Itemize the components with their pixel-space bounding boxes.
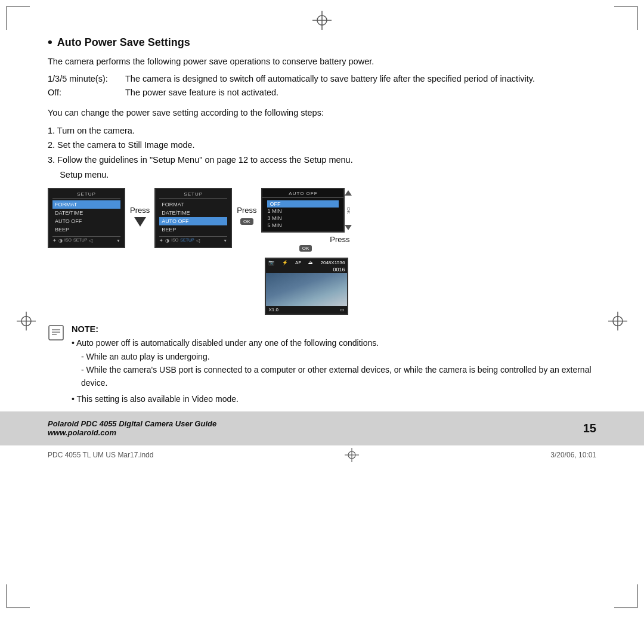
- screen2-item-datetime: DATE/TIME: [159, 209, 227, 217]
- diagram-screen1: SETUP FORMAT DATE/TIME AUTO OFF BEEP ✦◑I…: [48, 188, 125, 248]
- definitions-table: 1/3/5 minute(s): The camera is designed …: [48, 72, 596, 100]
- frame-count: 0016: [333, 267, 345, 273]
- auto-off-items: OFF 1 MIN 3 MIN 5 MIN: [262, 198, 343, 231]
- tri-down-icon: [345, 225, 352, 230]
- af-icon: AF: [295, 260, 301, 265]
- screen1-item-beep: BEEP: [52, 225, 120, 234]
- doc-footer: PDC 4055 TL UM US Mar17.indd 3/20/06, 10…: [0, 445, 644, 464]
- step-2: 2. Set the camera to Still Image mode.: [48, 138, 596, 153]
- main-content: • Auto Power Save Settings The camera pe…: [48, 36, 596, 405]
- note-item-2: • This setting is also available in Vide…: [72, 392, 596, 405]
- frame-count-bar: 0016: [266, 267, 347, 273]
- step-1: 1. Turn on the camera.: [48, 123, 596, 138]
- section-heading: Auto Power Save Settings: [57, 36, 190, 49]
- page-number: 15: [583, 422, 596, 435]
- side-arrows: OK: [345, 188, 352, 233]
- auto-off-wrapper: AUTO OFF OFF 1 MIN 3 MIN 5 MIN OK: [261, 188, 352, 233]
- press-label-3: Press: [330, 235, 349, 244]
- note-item-1: • Auto power off is automatically disabl…: [72, 336, 596, 349]
- footer-brand: Polaroid PDC 4055 Digital Camera User Gu…: [48, 419, 216, 437]
- steps-section: You can change the power save setting ac…: [48, 106, 596, 182]
- doc-info-right: 3/20/06, 10:01: [550, 451, 596, 459]
- note-bullet-1: •: [72, 338, 76, 348]
- preview-top-bar: 📷 ⚡ AF ⛰ 2048X1536: [266, 259, 347, 267]
- macro-icon: ⛰: [308, 260, 313, 265]
- ok-btn-2: OK: [240, 218, 253, 225]
- def-row-off: Off: The power save feature is not activ…: [48, 86, 596, 100]
- def-desc-minutes: The camera is designed to switch off aut…: [125, 72, 596, 86]
- diagram-screen2: SETUP FORMAT DATE/TIME AUTO OFF BEEP ✦◑I…: [154, 188, 232, 248]
- auto-off-item-5min: 5 MIN: [267, 222, 339, 229]
- tri-up-icon: [345, 190, 352, 196]
- screen1-icons: ✦◑ISOSETUP◁: [52, 238, 92, 243]
- zoom-level: X1.0: [268, 307, 278, 312]
- screen1-title: SETUP: [52, 191, 120, 199]
- auto-off-screen: AUTO OFF OFF 1 MIN 3 MIN 5 MIN: [261, 188, 345, 233]
- corner-mark-tr: [614, 6, 638, 30]
- camera-preview: 📷 ⚡ AF ⛰ 2048X1536 0016 X1.0 ▭: [265, 258, 348, 315]
- screen2-item-beep: BEEP: [159, 225, 227, 234]
- right-diagrams: AUTO OFF OFF 1 MIN 3 MIN 5 MIN OK Press: [261, 188, 352, 315]
- section-title: • Auto Power Save Settings: [48, 36, 596, 49]
- press-ok-below: Press OK: [261, 235, 352, 253]
- screen1-item-format: FORMAT: [52, 200, 120, 209]
- def-term-off: Off:: [48, 86, 125, 100]
- arrow2-container: Press OK: [237, 188, 256, 226]
- preview-bottom-bar: X1.0 ▭: [266, 306, 347, 314]
- auto-off-item-off: OFF: [267, 200, 339, 208]
- auto-off-item-1min: 1 MIN: [267, 208, 339, 215]
- note-content: NOTE: • Auto power off is automatically …: [72, 324, 596, 405]
- screen2-title: SETUP: [159, 191, 227, 199]
- step-3: 3. Follow the guidelines in "Setup Menu"…: [48, 153, 596, 168]
- camera-icon: 📷: [268, 260, 274, 265]
- flash-icon: ⚡: [282, 260, 288, 265]
- bottom-crosshair: [345, 448, 359, 462]
- screen2-mock: SETUP FORMAT DATE/TIME AUTO OFF BEEP ✦◑I…: [154, 188, 232, 248]
- screen2-item-format: FORMAT: [159, 200, 227, 209]
- ok-btn-3: OK: [299, 245, 312, 252]
- corner-mark-tl: [6, 6, 30, 30]
- press-label-1: Press: [130, 206, 150, 215]
- note-section: NOTE: • Auto power off is automatically …: [48, 324, 596, 405]
- screen1-bottom: ✦◑ISOSETUP◁ ▼: [52, 236, 120, 243]
- arrow1-down: [134, 217, 146, 227]
- section-bullet: •: [48, 36, 52, 49]
- doc-info-left: PDC 4055 TL UM US Mar17.indd: [48, 451, 153, 459]
- note-sub-1: - While an auto play is undergoing.: [81, 350, 596, 363]
- diagram-area: SETUP FORMAT DATE/TIME AUTO OFF BEEP ✦◑I…: [48, 188, 596, 315]
- note-sub-2: - While the camera's USB port is connect…: [81, 363, 596, 390]
- def-desc-off: The power save feature is not activated.: [125, 86, 596, 100]
- page-footer: Polaroid PDC 4055 Digital Camera User Gu…: [0, 411, 644, 445]
- battery-indicator: ▭: [340, 307, 345, 312]
- svg-rect-9: [49, 326, 63, 340]
- screen1-item-datetime: DATE/TIME: [52, 209, 120, 217]
- screen2-item-autooff: AUTO OFF: [159, 217, 227, 225]
- def-term-minutes: 1/3/5 minute(s):: [48, 72, 125, 86]
- arrow1-container: Press: [130, 188, 150, 227]
- auto-off-item-3min: 3 MIN: [267, 215, 339, 222]
- note-bullet-2: •: [72, 394, 77, 404]
- top-crosshair: [312, 11, 332, 30]
- note-icon: [48, 324, 64, 345]
- screen1-item-autooff: AUTO OFF: [52, 217, 120, 225]
- corner-mark-bl: [6, 584, 30, 608]
- right-crosshair: [608, 312, 627, 333]
- left-crosshair: [17, 312, 36, 333]
- footer-brand-line1: Polaroid PDC 4055 Digital Camera User Gu…: [48, 419, 216, 428]
- preview-image: [266, 273, 347, 306]
- note-title: NOTE:: [72, 324, 596, 334]
- screen2-bottom: ✦◑ISOSETUP◁ ▼: [159, 236, 227, 243]
- steps-intro: You can change the power save setting ac…: [48, 106, 596, 120]
- screen1-mock: SETUP FORMAT DATE/TIME AUTO OFF BEEP ✦◑I…: [48, 188, 125, 248]
- screen2-icons: ✦◑ISOSETUP◁: [159, 238, 199, 243]
- auto-off-title: AUTO OFF: [262, 189, 343, 198]
- step-3-cont: Setup menu.: [48, 168, 596, 182]
- footer-brand-line2: www.polaroid.com: [48, 428, 216, 437]
- def-row-minutes: 1/3/5 minute(s): The camera is designed …: [48, 72, 596, 86]
- press-label-2: Press: [237, 206, 256, 215]
- corner-mark-br: [614, 584, 638, 608]
- ok-side-label: OK: [346, 207, 351, 214]
- intro-text: The camera performs the following power …: [48, 55, 596, 69]
- resolution-text: 2048X1536: [321, 260, 345, 265]
